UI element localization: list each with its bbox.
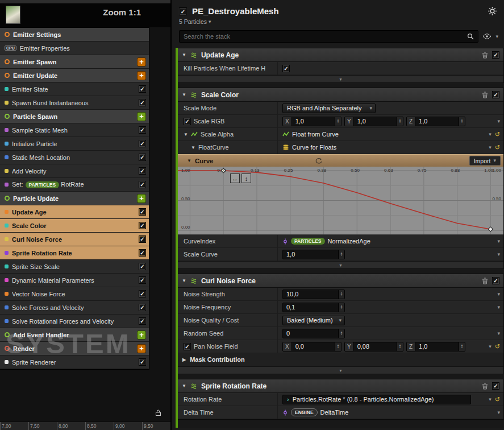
spinner-buttons[interactable]: ▲▼ [338, 303, 344, 312]
expand-triangle-icon[interactable]: ▼ [184, 132, 188, 137]
number-input[interactable]: Z1,0▲▼ [406, 342, 465, 352]
stack-module-emitter-settings[interactable]: Emitter Settings [0, 28, 149, 42]
module-enabled-checkbox[interactable]: ✓ [139, 249, 146, 257]
stack-module-emitter-update[interactable]: Emitter Update+ [0, 69, 149, 82]
stack-module-emitter-properties[interactable]: CPUEmitter Properties [0, 42, 149, 55]
parameter-link[interactable]: ENGINEDeltaTime [282, 408, 348, 416]
stack-module-sprite-rotation-rate[interactable]: Sprite Rotation Rate✓ [0, 246, 149, 260]
module-enabled-checkbox[interactable]: ✓ [139, 126, 146, 134]
module-enabled-checkbox[interactable]: ✓ [139, 99, 146, 106]
stack-module-curl-noise-force[interactable]: Curl Noise Force✓ [0, 233, 149, 246]
chevron-down-icon[interactable]: ▾ [495, 34, 498, 39]
stack-module-update-age[interactable]: Update Age✓ [0, 205, 149, 219]
stack-module-add-velocity[interactable]: Add Velocity✓ [0, 164, 149, 178]
spin-down-button[interactable]: ▼ [399, 346, 401, 349]
chevron-down-icon[interactable]: ▾ [497, 410, 500, 415]
spin-down-button[interactable]: ▼ [461, 346, 463, 349]
stack-module-particle-update[interactable]: Particle Update+ [0, 192, 149, 205]
show-advanced-expander[interactable]: ▼ [178, 261, 503, 268]
emitter-enabled-checkbox[interactable]: ✓ [179, 7, 187, 15]
module-enabled-checkbox[interactable]: ✓ [139, 208, 146, 216]
stack-module-static-mesh-location[interactable]: Static Mesh Location✓ [0, 151, 149, 164]
stack-module-dynamic-material-parameters[interactable]: Dynamic Material Parameters✓ [0, 274, 149, 287]
spin-down-button[interactable]: ▼ [340, 294, 343, 296]
chevron-down-icon[interactable]: ▾ [497, 252, 500, 257]
reset-to-default-icon[interactable]: ↺ [495, 396, 500, 403]
expand-triangle-icon[interactable]: ▼ [182, 92, 186, 97]
dynamic-input-link[interactable]: Float from Curve [282, 131, 339, 138]
show-advanced-expander[interactable]: ▼ [178, 75, 503, 82]
add-module-button[interactable]: + [137, 344, 146, 353]
number-input[interactable]: Y0,08▲▼ [344, 342, 403, 352]
curve-editor[interactable]: 0.000.130.250.380.500.630.750.881.001.00… [178, 167, 503, 235]
spin-down-button[interactable]: ▼ [399, 121, 401, 123]
add-module-button[interactable]: + [137, 194, 146, 203]
curve-section-header[interactable]: ▼CurveImport▾ [178, 154, 503, 167]
property-enabled-checkbox[interactable]: ✓ [184, 118, 191, 125]
stack-module-emitter-spawn[interactable]: Emitter Spawn+ [0, 55, 149, 69]
chevron-down-icon[interactable]: ▾ [497, 119, 500, 124]
chevron-down-icon[interactable]: ▾ [497, 239, 500, 244]
module-enabled-checkbox[interactable]: ✓ [139, 276, 146, 284]
spinner-buttons[interactable]: ▲▼ [338, 250, 344, 259]
spin-down-button[interactable]: ▼ [461, 121, 463, 123]
expand-triangle-icon[interactable]: ▼ [187, 158, 191, 163]
stack-module-sprite-size-scale[interactable]: Sprite Size Scale✓ [0, 260, 149, 274]
spin-down-button[interactable]: ▼ [340, 254, 343, 257]
enum-dropdown[interactable]: RGB and Alpha Separately▾ [282, 104, 376, 113]
number-input[interactable]: X0,0▲▼ [282, 342, 341, 352]
stack-module-particle-spawn[interactable]: Particle Spawn+ [0, 110, 149, 123]
stack-module-sprite-renderer[interactable]: Sprite Renderer✓ [0, 355, 149, 369]
frame-horizontal-button[interactable]: ↔ [230, 173, 240, 183]
show-advanced-expander[interactable]: ▼ [178, 366, 503, 374]
spinner-buttons[interactable]: ▲▼ [459, 117, 465, 126]
module-enabled-checkbox[interactable]: ✓ [492, 91, 499, 98]
delete-module-button[interactable] [482, 92, 488, 98]
section-header-scale-color[interactable]: ▼Scale Color✓ [178, 88, 503, 102]
collapsed-triangle-icon[interactable]: ▶ [182, 357, 186, 362]
chevron-down-icon[interactable]: ▾ [489, 145, 491, 150]
module-enabled-checkbox[interactable]: ✓ [139, 167, 146, 175]
stack-module-vector-noise-force[interactable]: Vector Noise Force✓ [0, 287, 149, 301]
expand-triangle-icon[interactable]: ▼ [182, 278, 186, 283]
frame-vertical-button[interactable]: ↕ [241, 173, 251, 183]
reset-to-default-icon[interactable]: ↺ [495, 144, 500, 151]
stack-module-sample-static-mesh[interactable]: Sample Static Mesh✓ [0, 123, 149, 137]
module-enabled-checkbox[interactable]: ✓ [139, 235, 146, 243]
module-enabled-checkbox[interactable]: ✓ [139, 304, 146, 311]
number-input[interactable]: 10,0▲▼ [282, 290, 345, 299]
chevron-down-icon[interactable]: ▾ [209, 19, 211, 24]
spin-down-button[interactable]: ▼ [337, 121, 339, 123]
module-enabled-checkbox[interactable]: ✓ [139, 181, 146, 188]
expand-triangle-icon[interactable]: ▼ [182, 52, 186, 57]
spinner-buttons[interactable]: ▲▼ [335, 342, 341, 351]
spinner-buttons[interactable]: ▲▼ [397, 117, 403, 126]
search-input[interactable]: Search the stack [179, 30, 478, 43]
chevron-down-icon[interactable]: ▾ [489, 397, 491, 402]
add-module-button[interactable]: + [137, 330, 146, 340]
stack-module-spawn-burst-instantaneous[interactable]: Spawn Burst Instantaneous✓ [0, 96, 149, 110]
number-input[interactable]: 0▲▼ [282, 329, 345, 338]
module-enabled-checkbox[interactable]: ✓ [139, 317, 146, 325]
number-input[interactable]: Y1,0▲▼ [344, 117, 403, 126]
chevron-down-icon[interactable]: ▾ [497, 305, 500, 310]
chevron-down-icon[interactable]: ▾ [489, 344, 491, 349]
module-enabled-checkbox[interactable]: ✓ [139, 358, 146, 366]
stack-module-add-event-handler[interactable]: Add Event Handler+ [0, 328, 149, 342]
section-header-update-age[interactable]: ▼Update Age✓ [178, 48, 503, 62]
reset-to-default-icon[interactable]: ↺ [495, 131, 500, 138]
stack-module-solve-rotational-forces-and-velocity[interactable]: Solve Rotational Forces and Velocity✓ [0, 315, 149, 328]
module-enabled-checkbox[interactable]: ✓ [139, 140, 146, 147]
module-enabled-checkbox[interactable]: ✓ [139, 154, 146, 161]
number-input[interactable]: 1,0▲▼ [282, 250, 345, 259]
view-options-eye-icon[interactable] [482, 34, 491, 39]
section-header-curl-noise-force[interactable]: ▼Curl Noise Force✓ [178, 274, 503, 288]
chevron-down-icon[interactable]: ▾ [497, 292, 500, 297]
chevron-down-icon[interactable]: ▾ [497, 331, 500, 336]
module-enabled-checkbox[interactable]: ✓ [139, 85, 146, 93]
module-enabled-checkbox[interactable]: ✓ [492, 277, 499, 284]
spin-down-button[interactable]: ▼ [340, 333, 343, 336]
add-module-button[interactable]: + [137, 57, 146, 67]
spinner-buttons[interactable]: ▲▼ [459, 342, 465, 351]
stack-module-render[interactable]: Render+ [0, 342, 149, 355]
